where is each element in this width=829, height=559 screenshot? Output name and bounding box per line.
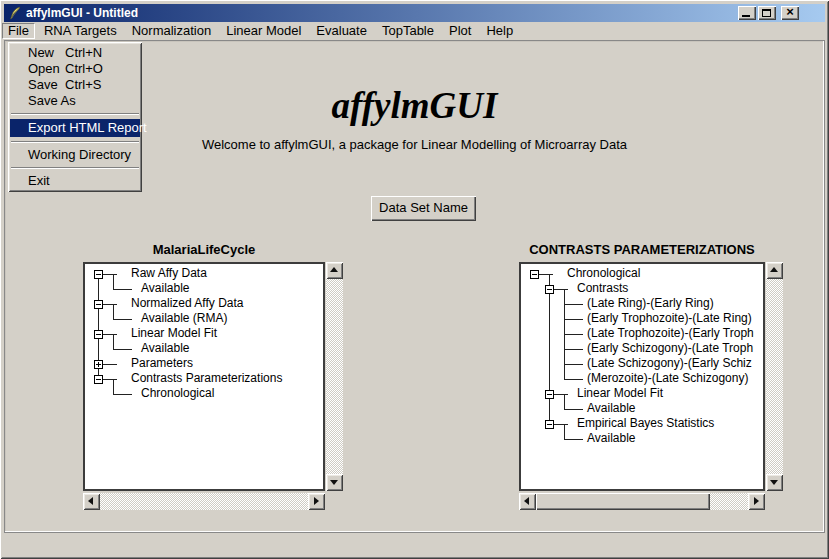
tree-connector-line [113, 289, 132, 290]
tree-item[interactable]: (Early Trophozoite)-(Late Ring) [587, 311, 752, 326]
tree-connector-line [564, 319, 583, 320]
tree-item[interactable]: Chronological [141, 386, 214, 401]
right-tree-horizontal-scrollbar[interactable] [519, 493, 765, 510]
tree-collapse-icon[interactable] [94, 375, 103, 384]
menu-normalization[interactable]: Normalization [126, 23, 217, 39]
scrollbar-track[interactable] [766, 279, 783, 474]
tree-item[interactable]: Available [587, 431, 635, 446]
arrow-right-icon [754, 497, 759, 505]
right-tree-view[interactable]: ChronologicalContrasts(Late Ring)-(Early… [519, 262, 765, 491]
scroll-left-button[interactable] [519, 493, 536, 510]
scroll-down-button[interactable] [326, 474, 343, 491]
scroll-down-button[interactable] [766, 474, 783, 491]
close-button[interactable]: × [781, 6, 799, 20]
menu-help[interactable]: Help [480, 23, 519, 39]
menu-rna-targets[interactable]: RNA Targets [38, 23, 123, 39]
menu-item-label: Export HTML Report [28, 120, 147, 135]
menu-item-save[interactable]: SaveCtrl+S [10, 77, 140, 93]
menu-toptable[interactable]: TopTable [376, 23, 440, 39]
maximize-button[interactable] [758, 6, 776, 20]
window-controls: × [738, 6, 799, 20]
tree-item[interactable]: Available [141, 341, 189, 356]
arrow-right-icon [314, 497, 319, 505]
scrollbar-track[interactable] [536, 493, 748, 510]
tree-connector-line [564, 304, 583, 305]
scroll-right-button[interactable] [748, 493, 765, 510]
tree-item[interactable]: (Merozoite)-(Late Schizogony) [587, 371, 748, 386]
menu-item-export-html-report[interactable]: Export HTML Report [10, 119, 140, 137]
menu-item-shortcut: Ctrl+N [65, 45, 102, 61]
tree-collapse-icon[interactable] [530, 270, 539, 279]
menu-item-label: Save As [28, 93, 76, 108]
tree-connector-line [113, 304, 114, 319]
tree-item[interactable]: Available (RMA) [141, 311, 227, 326]
tree-item[interactable]: Raw Affy Data [131, 266, 207, 281]
tree-collapse-icon[interactable] [545, 285, 554, 294]
scrollbar-thumb[interactable] [536, 493, 710, 510]
menu-file[interactable]: File [2, 23, 35, 39]
menu-evaluate[interactable]: Evaluate [310, 23, 373, 39]
tree-item[interactable]: Linear Model Fit [577, 386, 663, 401]
tree-item[interactable]: Available [141, 281, 189, 296]
tree-collapse-icon[interactable] [94, 300, 103, 309]
tree-item[interactable]: Empirical Bayes Statistics [577, 416, 714, 431]
menu-item-label: New [28, 45, 54, 60]
scrollbar-track[interactable] [326, 279, 343, 474]
tree-item[interactable]: Normalized Affy Data [131, 296, 244, 311]
arrow-down-icon [770, 480, 778, 485]
tree-connector-line [102, 379, 117, 380]
right-tree-vertical-scrollbar[interactable] [766, 262, 783, 491]
tree-item[interactable]: Linear Model Fit [131, 326, 217, 341]
scroll-up-button[interactable] [766, 262, 783, 279]
data-set-name-button[interactable]: Data Set Name [371, 196, 476, 221]
tree-item[interactable]: Parameters [131, 356, 193, 371]
left-tree-horizontal-scrollbar[interactable] [83, 493, 325, 510]
tree-connector-line [564, 379, 583, 380]
close-icon: × [781, 5, 799, 19]
tree-connector-line [113, 349, 132, 350]
tree-collapse-icon[interactable] [545, 390, 554, 399]
menu-item-label: Exit [28, 173, 50, 188]
tree-item[interactable]: (Early Schizogony)-(Late Troph [587, 341, 753, 356]
menu-item-save-as[interactable]: Save As [10, 93, 140, 109]
tree-item[interactable]: (Late Trophozoite)-(Early Troph [587, 326, 754, 341]
scroll-up-button[interactable] [326, 262, 343, 279]
feather-icon [7, 6, 22, 21]
scroll-left-button[interactable] [83, 493, 100, 510]
tree-item[interactable]: Contrasts Parameterizations [131, 371, 282, 386]
menu-separator [11, 141, 139, 143]
tree-item[interactable]: (Late Ring)-(Early Ring) [587, 296, 714, 311]
menu-item-shortcut: Ctrl+S [65, 77, 101, 93]
menu-item-exit[interactable]: Exit [10, 173, 140, 189]
tree-connector-line [113, 319, 132, 320]
tree-connector-line [553, 394, 568, 395]
left-tree-vertical-scrollbar[interactable] [326, 262, 343, 491]
tree-connector-line [102, 274, 117, 275]
tree-item[interactable]: Available [587, 401, 635, 416]
scrollbar-track[interactable] [100, 493, 308, 510]
minimize-button[interactable] [738, 6, 756, 20]
tree-expand-icon[interactable] [94, 360, 103, 369]
tree-collapse-icon[interactable] [545, 420, 554, 429]
tree-connector-line [564, 334, 583, 335]
menu-item-working-directory[interactable]: Working Directory [10, 147, 140, 163]
menu-linear-model[interactable]: Linear Model [220, 23, 307, 39]
tree-item[interactable]: (Late Schizogony)-(Early Schiz [587, 356, 752, 371]
title-bar[interactable]: affylmGUI - Untitled × [4, 4, 825, 22]
tree-collapse-icon[interactable] [94, 330, 103, 339]
arrow-up-icon [330, 267, 338, 272]
menu-item-new[interactable]: NewCtrl+N [10, 45, 140, 61]
tree-item[interactable]: Chronological [567, 266, 640, 281]
tree-collapse-icon[interactable] [94, 270, 103, 279]
menu-item-open[interactable]: OpenCtrl+O [10, 61, 140, 77]
menu-separator [11, 167, 139, 169]
arrow-left-icon [524, 497, 529, 505]
menu-item-label: Save [28, 77, 58, 92]
tree-item[interactable]: Contrasts [577, 281, 628, 296]
tree-connector-line [549, 274, 550, 424]
tree-connector-line [113, 274, 114, 289]
menu-item-shortcut: Ctrl+O [65, 61, 103, 77]
scroll-right-button[interactable] [308, 493, 325, 510]
left-tree-view[interactable]: Raw Affy DataAvailableNormalized Affy Da… [83, 262, 325, 491]
menu-plot[interactable]: Plot [443, 23, 477, 39]
